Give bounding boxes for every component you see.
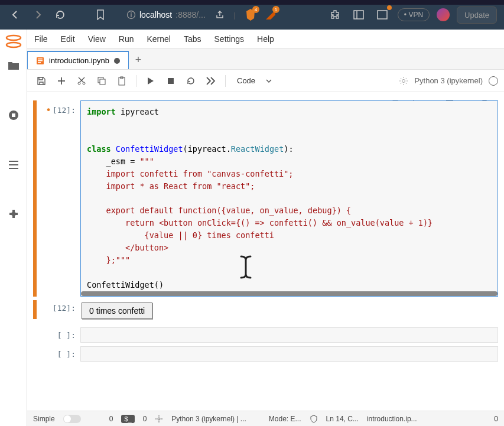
status-kernel[interactable]: Python 3 (ipykernel) | ...	[171, 415, 246, 423]
extension-brave-icon[interactable]: 4	[243, 8, 258, 22]
add-cell-button[interactable]	[53, 73, 70, 89]
menu-run[interactable]: Run	[119, 34, 134, 44]
cell-prompt: [ ]:	[38, 346, 80, 362]
profile-avatar[interactable]	[437, 8, 450, 21]
file-tab[interactable]: introduction.ipynb	[27, 51, 129, 69]
paste-button[interactable]	[113, 73, 130, 89]
restart-button[interactable]	[183, 73, 199, 89]
nav-forward-button[interactable]	[30, 6, 46, 23]
menu-kernel[interactable]: Kernel	[147, 34, 170, 44]
menu-file[interactable]: File	[34, 34, 48, 44]
shield-icon	[310, 415, 318, 423]
svg-rect-14	[38, 58, 43, 60]
output-cell: [12]: 0 times confetti	[33, 300, 498, 319]
running-icon[interactable]	[7, 109, 20, 122]
code-cell[interactable]: [12]: import ipyreact class ConfettiWidg…	[33, 100, 498, 297]
svg-rect-16	[38, 62, 41, 63]
menu-settings[interactable]: Settings	[214, 34, 245, 44]
notebook-icon	[36, 57, 44, 65]
save-button[interactable]	[33, 73, 50, 89]
folder-icon[interactable]	[7, 59, 20, 72]
svg-point-28	[402, 79, 405, 82]
status-count-2: 0	[143, 415, 147, 423]
status-ln-col[interactable]: Ln 14, C...	[326, 415, 359, 423]
menu-bar: File Edit View Run Kernel Tabs Settings …	[27, 30, 504, 48]
svg-rect-9	[12, 113, 15, 117]
new-tab-button[interactable]: +	[129, 50, 148, 69]
toc-icon[interactable]	[7, 158, 20, 171]
cut-button[interactable]	[73, 73, 90, 89]
status-count: 0	[109, 415, 113, 423]
tab-bar: introduction.ipynb +	[27, 48, 504, 70]
svg-rect-2	[131, 14, 131, 17]
reload-button[interactable]	[52, 6, 69, 23]
cell-type-select[interactable]: Code	[232, 73, 283, 88]
window-button[interactable]	[374, 6, 391, 23]
url-host: localhost	[139, 10, 172, 19]
extension-badge-2: 1	[272, 6, 279, 13]
restart-run-all-button[interactable]	[203, 73, 219, 89]
code-editor[interactable]: import ipyreact class ConfettiWidget(ipy…	[80, 100, 498, 297]
jupyter-logo-icon[interactable]	[4, 33, 23, 50]
confetti-button[interactable]: 0 times confetti	[82, 303, 152, 319]
tab-title: introduction.ipynb	[49, 56, 109, 65]
vpn-button[interactable]: • VPN	[398, 8, 430, 21]
chevron-down-icon	[266, 79, 272, 83]
svg-rect-5	[378, 11, 387, 19]
activity-bar	[0, 30, 27, 426]
update-button[interactable]: Update	[457, 6, 497, 24]
menu-tabs[interactable]: Tabs	[184, 34, 201, 44]
url-path: :8888/...	[175, 10, 206, 19]
svg-rect-15	[38, 60, 43, 61]
extension-badge: 4	[252, 6, 259, 13]
extensions-button[interactable]	[327, 6, 343, 23]
status-simple-label: Simple	[33, 415, 55, 423]
simple-toggle[interactable]	[63, 415, 81, 423]
menu-edit[interactable]: Edit	[61, 34, 75, 44]
terminal-icon[interactable]: $_	[121, 415, 134, 423]
svg-rect-24	[100, 79, 105, 84]
kernel-status-icon[interactable]	[489, 76, 498, 86]
svg-rect-27	[168, 78, 174, 84]
url-bar[interactable]: localhost:8888/...	[126, 10, 206, 19]
cell-prompt: [12]:	[38, 100, 80, 297]
extension-icon-2[interactable]: 1	[264, 8, 278, 22]
code-cell-empty[interactable]: [ ]:	[33, 327, 498, 343]
run-button[interactable]	[142, 73, 159, 89]
status-bar: Simple 0 $_ 0 Python 3 (ipykernel) | ...…	[27, 411, 504, 426]
status-tail: 0	[494, 415, 498, 423]
info-icon	[126, 10, 136, 19]
svg-point-19	[78, 82, 80, 84]
gear-icon[interactable]	[399, 76, 408, 86]
svg-point-1	[131, 12, 132, 14]
notebook-toolbar: Code Python 3 (ipykernel)	[27, 70, 504, 92]
svg-rect-3	[354, 11, 363, 19]
stop-button[interactable]	[162, 73, 179, 89]
menu-help[interactable]: Help	[257, 34, 274, 44]
svg-point-7	[6, 43, 21, 47]
unsaved-indicator-icon	[114, 58, 120, 64]
sidebar-toggle-button[interactable]	[350, 6, 367, 23]
bookmark-button[interactable]	[92, 6, 109, 23]
cell-prompt: [ ]:	[38, 327, 80, 343]
notebook-body: [12]: import ipyreact class ConfettiWidg…	[27, 92, 504, 411]
code-cell-empty[interactable]: [ ]:	[33, 346, 498, 362]
menu-view[interactable]: View	[88, 34, 106, 44]
nav-back-button[interactable]	[7, 6, 24, 23]
status-filename: introduction.ip...	[367, 415, 417, 423]
copy-button[interactable]	[93, 73, 110, 89]
output-prompt: [12]:	[38, 300, 80, 319]
extensions-icon[interactable]	[7, 208, 20, 221]
svg-point-33	[158, 418, 160, 420]
svg-point-6	[6, 35, 21, 40]
share-button[interactable]	[212, 6, 228, 23]
kernel-name[interactable]: Python 3 (ipykernel)	[414, 76, 483, 85]
gear-icon[interactable]	[155, 415, 163, 423]
code-editor[interactable]	[80, 327, 498, 343]
svg-point-20	[83, 82, 85, 84]
status-mode: Mode: E...	[269, 415, 301, 423]
code-editor[interactable]	[80, 346, 498, 362]
